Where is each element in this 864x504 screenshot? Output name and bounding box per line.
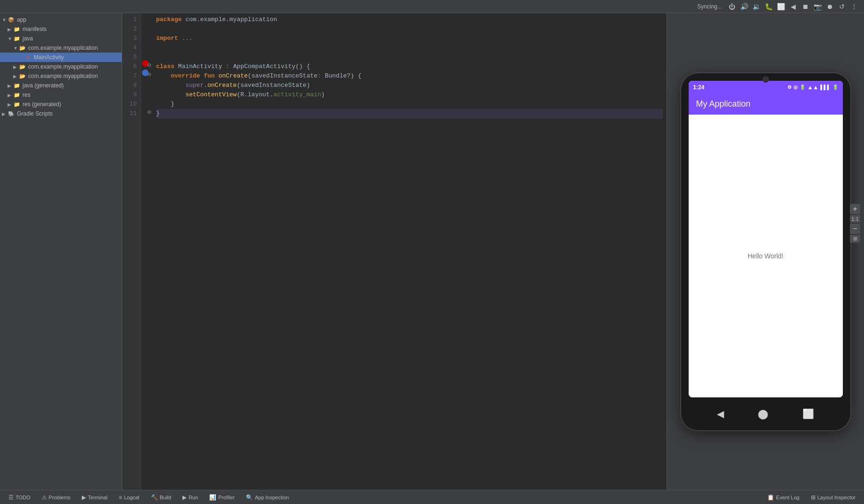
res-gen-icon: 📁 [13,101,21,108]
code-line-7: override fun onCreate(savedInstanceState… [156,71,663,81]
layout-icon[interactable]: ⬜ [777,2,785,11]
tab-profiler[interactable]: 📊 Profiler [204,492,239,503]
tab-todo-label: TODO [16,495,31,500]
sidebar-item-mainactivity[interactable]: ▶ K MainActivity [0,53,122,62]
todo-icon: ☰ [8,494,14,501]
tab-logcat[interactable]: ≡ Logcat [114,492,144,503]
nav-recent-button[interactable]: ⬜ [802,408,814,419]
code-line-6: class MainActivity : AppCompatActivity()… [156,62,663,71]
logcat-icon: ≡ [119,494,122,501]
tab-layout-inspector[interactable]: ⊞ Layout Inspector [806,492,860,503]
run-icon: ▶ [182,494,187,501]
sidebar-item-res[interactable]: ▶ 📁 res [0,90,122,100]
tab-run-label: Run [189,495,198,500]
location-status-icon: ◎ [793,85,798,90]
mainactivity-icon: K [24,54,32,61]
tab-build[interactable]: 🔨 Build [146,492,176,503]
zoom-out-button[interactable]: − [850,224,860,234]
wifi-status-icon: ▲▲ [807,84,818,91]
chevron-java-gen: ▶ [8,83,13,88]
phone-screen: 1:24 ⚙ ◎ 🔋 ▲▲ ▌▌▌ 🔋 My Application [689,81,843,397]
chevron-app: ▼ [2,17,8,23]
phone-content: Hello World! [689,115,843,397]
phone-time: 1:24 [693,84,705,91]
phone-panel: 1:24 ⚙ ◎ 🔋 ▲▲ ▌▌▌ 🔋 My Application [667,13,864,490]
tab-terminal[interactable]: ▶ Terminal [77,492,112,503]
toolbar-icons: ⏻ 🔊 🔉 🐛 ⬜ ◀ ⏹ 📷 ⏺ ↺ ⋮ [728,2,858,11]
tab-todo[interactable]: ☰ TODO [4,492,35,503]
sidebar-label-gradle: Gradle Scripts [17,110,53,117]
chevron-gradle: ▶ [2,111,8,116]
volume-icon[interactable]: 🔊 [740,2,748,11]
code-editor[interactable]: package com.example.myapplication import… [152,13,667,490]
sidebar-item-manifests[interactable]: ▶ 📁 manifests [0,24,122,34]
tab-build-label: Build [160,495,171,500]
hello-world-text: Hello World! [748,252,784,260]
tab-layout-inspector-label: Layout Inspector [817,495,856,500]
manifests-folder-icon: 📁 [13,25,21,33]
res-icon: 📁 [13,91,21,99]
build-icon: 🔨 [151,494,158,501]
sidebar-item-java-gen[interactable]: ▶ 📁 java (generated) [0,81,122,90]
phone-camera [762,76,769,83]
code-line-11: } [156,109,663,118]
record-icon[interactable]: ⏺ [825,2,834,11]
project-tree: ▼ 📦 app ▶ 📁 manifests ▼ 📁 java ▼ 📂 com.e… [0,13,122,490]
chevron-manifests: ▶ [8,27,13,32]
sidebar-label-package3: com.example.myapplication [28,73,98,79]
tab-problems[interactable]: ⚠ Problems [37,492,75,503]
sidebar-item-res-gen[interactable]: ▶ 📁 res (generated) [0,100,122,109]
line-numbers: 1 2 3 4 5 6 7 8 9 10 11 [122,13,141,490]
phone-app-title: My Application [696,99,751,109]
sidebar-item-package1[interactable]: ▼ 📂 com.example.myapplication [0,43,122,53]
speaker-icon[interactable]: 🔉 [752,2,761,11]
phone-nav-bar: ◀ ⬤ ⬜ [681,397,850,430]
zoom-in-button[interactable]: + [850,204,860,214]
sidebar-item-gradle[interactable]: ▶ 🐘 Gradle Scripts [0,109,122,118]
debug-icon[interactable]: 🐛 [764,2,773,11]
sidebar-item-java[interactable]: ▼ 📁 java [0,34,122,43]
java-folder-icon: 📁 [13,35,21,42]
sidebar-item-package3[interactable]: ▶ 📂 com.example.myapplication [0,71,122,81]
battery-status-icon: 🔋 [800,85,805,90]
tab-problems-label: Problems [49,495,71,500]
tab-event-log-label: Event Log [776,495,800,500]
tab-app-inspection[interactable]: 🔍 App Inspection [241,492,294,503]
settings-icon[interactable]: ↺ [838,2,846,11]
sidebar-item-package2[interactable]: ▶ 📂 com.example.myapplication [0,62,122,71]
layout-inspector-icon: ⊞ [811,494,816,501]
event-log-icon: 📋 [767,494,774,501]
more-icon[interactable]: ⋮ [850,2,858,11]
code-line-5 [156,53,663,62]
chevron-res: ▶ [8,93,13,98]
sidebar-label-package2: com.example.myapplication [28,63,98,70]
code-line-1: package com.example.myapplication [156,15,663,24]
package1-icon: 📂 [19,44,26,52]
tab-run[interactable]: ▶ Run [178,492,203,503]
chevron-package2: ▶ [13,64,19,70]
code-line-9: setContentView(R.layout.activity_main) [156,90,663,100]
zoom-fit-button[interactable]: ⊞ [850,235,860,243]
nav-back-button[interactable]: ◀ [717,408,724,419]
zoom-controls: + 1:1 − ⊞ [850,204,860,243]
sidebar-item-app[interactable]: ▼ 📦 app [0,15,122,24]
sidebar-label-res: res [23,92,31,98]
camera-icon[interactable]: 📷 [813,2,822,11]
java-gen-icon: 📁 [13,82,21,89]
bottom-toolbar: ☰ TODO ⚠ Problems ▶ Terminal ≡ Logcat 🔨 … [0,490,864,504]
tab-event-log[interactable]: 📋 Event Log [762,492,804,503]
code-line-3: import ... [156,34,663,43]
profiler-icon: 📊 [209,494,216,501]
app-inspection-icon: 🔍 [246,494,253,501]
stop-icon[interactable]: ⏹ [801,2,809,11]
chevron-res-gen: ▶ [8,102,13,107]
power-icon[interactable]: ⏻ [728,2,736,11]
problems-icon: ⚠ [42,494,47,501]
main-area: ▼ 📦 app ▶ 📁 manifests ▼ 📁 java ▼ 📂 com.e… [0,13,864,490]
back-icon[interactable]: ◀ [789,2,797,11]
settings-status-icon: ⚙ [787,85,792,90]
nav-home-button[interactable]: ⬤ [758,408,768,419]
chevron-package1: ▼ [13,46,19,51]
phone-body: 1:24 ⚙ ◎ 🔋 ▲▲ ▌▌▌ 🔋 My Application [681,73,850,430]
chevron-java: ▼ [8,36,13,41]
